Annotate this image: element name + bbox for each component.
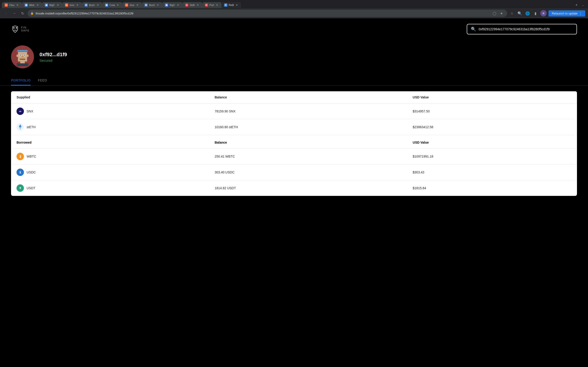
- tab-favicon-buch2: ⊞: [145, 3, 148, 7]
- profile-status: Secured: [40, 58, 67, 62]
- back-button[interactable]: ←: [3, 10, 9, 17]
- tab-close-port[interactable]: ✕: [216, 3, 219, 7]
- table-row: stETH 10160.80 stETH $23863412.58: [11, 119, 577, 135]
- usd-cell-wbtc: $10971991.18: [407, 149, 577, 165]
- browser-tab-buch1[interactable]: ⊞ Buch ✕: [82, 2, 102, 8]
- relaunch-button[interactable]: Relaunch to update ⋮: [548, 10, 585, 17]
- svg-rect-9: [22, 56, 23, 57]
- logo-text: FIN SAFE: [21, 26, 30, 32]
- security-icon: 🔒: [30, 12, 34, 15]
- asset-icon-usdc: $: [17, 169, 24, 176]
- zoom-button[interactable]: 🔍: [517, 10, 523, 16]
- tab-favicon-cloud: ●: [5, 3, 8, 7]
- tab-label-cloud: Clou: [9, 4, 15, 6]
- extensions-button[interactable]: ◾: [509, 10, 515, 16]
- logo-icon: [11, 25, 19, 33]
- tab-close-create[interactable]: ✕: [116, 3, 120, 7]
- sidebar-button[interactable]: ▮: [532, 10, 538, 16]
- tab-close-debr[interactable]: ✕: [196, 3, 199, 7]
- table-row: $ USDC 303.40 USDC $303.43: [11, 165, 577, 180]
- tab-close-buch1[interactable]: ✕: [96, 3, 99, 7]
- asset-cell-usdt: ₮ USDT: [11, 180, 209, 196]
- browser-tab-debr[interactable]: B DeB ✕: [182, 2, 202, 8]
- usd-col-header-1: USD Value: [407, 91, 577, 103]
- asset-symbol-wbtc: WBTC: [27, 155, 36, 158]
- tab-label-create: Crea: [110, 4, 115, 6]
- search-bar[interactable]: 🔍: [467, 24, 577, 34]
- tab-portfolio[interactable]: PORTFOLIO: [11, 76, 31, 85]
- menu-dots-icon: ⋮: [579, 12, 582, 15]
- site-logo: FIN SAFE: [11, 25, 30, 33]
- tab-label-bigc1: BigC: [49, 4, 55, 6]
- new-tab-button[interactable]: +: [573, 2, 580, 8]
- balance-cell-steth: 10160.80 stETH: [209, 119, 407, 135]
- tab-close-buch2[interactable]: ✕: [156, 3, 159, 7]
- tab-overflow-button[interactable]: ⌄: [580, 2, 586, 8]
- search-icon: 🔍: [471, 27, 476, 32]
- browser-tab-google2[interactable]: ● Goo ✕: [122, 2, 142, 8]
- tab-close-google2[interactable]: ✕: [136, 3, 139, 7]
- svg-text:₿: ₿: [19, 155, 21, 158]
- balance-cell-snx: 78159.90 SNX: [209, 103, 407, 119]
- svg-text:₮: ₮: [19, 187, 21, 190]
- browser-tab-google1[interactable]: ● Goo ✕: [62, 2, 82, 8]
- forward-button[interactable]: →: [11, 10, 17, 17]
- svg-rect-12: [27, 55, 28, 57]
- usd-col-header-2: USD Value: [407, 135, 577, 149]
- asset-icon-snx: ∞: [17, 108, 24, 115]
- tab-favicon-bigc2: ◉: [165, 3, 168, 7]
- asset-symbol-steth: stETH: [27, 125, 36, 129]
- browser-tab-cloud[interactable]: ● Clou ✕: [2, 2, 22, 8]
- reload-button[interactable]: ↻: [19, 10, 26, 17]
- tab-close-bigc1[interactable]: ✕: [56, 3, 60, 7]
- tab-close-google1[interactable]: ✕: [76, 3, 79, 7]
- asset-cell-steth: stETH: [11, 119, 209, 135]
- tab-favicon-google2: ●: [125, 3, 128, 7]
- svg-rect-13: [20, 61, 25, 63]
- balance-col-header-2: Balance: [209, 135, 407, 149]
- bookmark-button[interactable]: ★: [498, 10, 504, 16]
- browser-tab-welcome[interactable]: ◉ Welc ✕: [22, 2, 42, 8]
- tab-close-fins[interactable]: ✕: [235, 3, 238, 7]
- address-bar-actions: ◯ ★: [492, 10, 504, 16]
- browser-tab-port[interactable]: B Port ✕: [202, 2, 221, 8]
- tab-favicon-google1: ●: [65, 3, 68, 7]
- profile-avatar: [11, 45, 34, 68]
- tab-close-cloud[interactable]: ✕: [16, 3, 19, 7]
- browser-tab-create[interactable]: ◉ Crea ✕: [102, 2, 122, 8]
- tab-favicon-port: B: [205, 3, 208, 7]
- tab-label-bigc2: BigC: [170, 4, 175, 6]
- svg-rect-8: [24, 55, 25, 56]
- browser-tab-bigc1[interactable]: ◉ BigC ✕: [42, 2, 62, 8]
- asset-cell-usdc: $ USDC: [11, 165, 209, 180]
- balance-cell-usdt: 1814.82 USDT: [209, 180, 407, 196]
- search-input[interactable]: [479, 27, 573, 31]
- avatar-image: [13, 48, 32, 66]
- browser-chrome: ● Clou ✕ ◉ Welc ✕ ◉ BigC ✕ ● Goo ✕ ⊞ Buc…: [0, 0, 588, 18]
- tab-favicon-bigc1: ◉: [45, 3, 48, 7]
- profile-section: 0xf92...d1f9 Secured: [0, 40, 588, 72]
- svg-text:∞: ∞: [19, 109, 21, 113]
- tab-close-welcome[interactable]: ✕: [36, 3, 39, 7]
- extension2-button[interactable]: 🌐: [525, 10, 531, 16]
- cast-button[interactable]: ◯: [492, 10, 498, 16]
- svg-text:$: $: [19, 171, 21, 174]
- browser-tab-bigc2[interactable]: ◉ BigC ✕: [162, 2, 182, 8]
- address-bar[interactable]: 🔒 finsafe.insidefi.io/profile/0xf9291229…: [27, 10, 507, 17]
- profile-avatar-button[interactable]: n: [540, 10, 547, 17]
- table-row: ₮ USDT 1814.82 USDT $1815.84: [11, 180, 577, 196]
- asset-symbol-usdt: USDT: [27, 186, 35, 190]
- tab-feed[interactable]: FEED: [38, 76, 47, 85]
- tab-favicon-fins: F: [224, 3, 227, 7]
- table-section: Supplied Balance USD Value ∞ SNX 78159.9…: [11, 91, 577, 196]
- site-header: FIN SAFE 🔍: [0, 18, 588, 40]
- svg-rect-2: [18, 51, 27, 61]
- asset-icon-usdt: ₮: [17, 184, 24, 192]
- borrowed-header-row: Borrowed Balance USD Value: [11, 135, 577, 149]
- browser-tab-buch2[interactable]: ⊞ Buch ✕: [142, 2, 162, 8]
- tab-close-bigc2[interactable]: ✕: [176, 3, 180, 7]
- browser-tab-fins[interactable]: F FinS ✕: [221, 2, 242, 8]
- url-text: finsafe.insidefi.io/profile/0xf929122994…: [36, 12, 490, 15]
- usd-cell-snx: $314957.50: [407, 103, 577, 119]
- svg-rect-4: [17, 51, 28, 52]
